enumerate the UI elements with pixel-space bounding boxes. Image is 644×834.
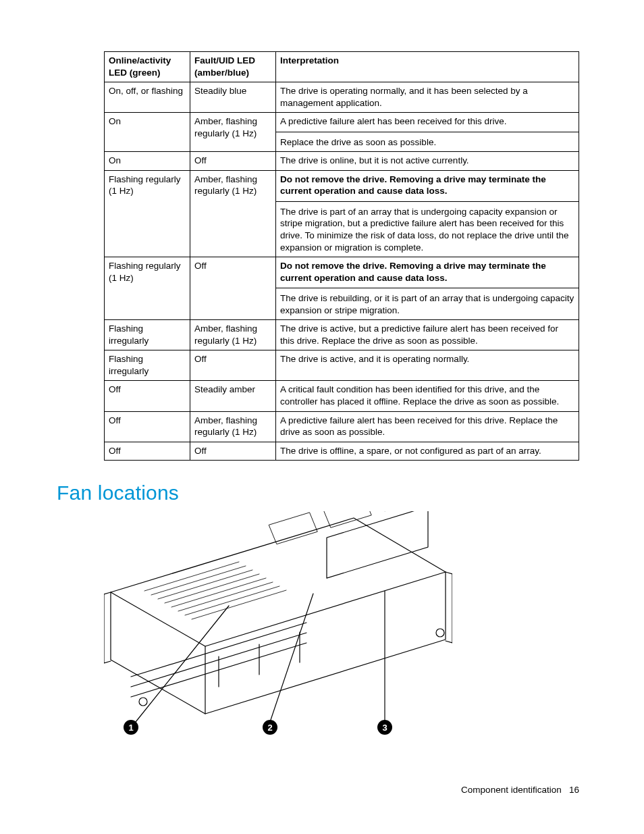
interpretation-text: The drive is part of an array that is un… — [280, 206, 574, 253]
cell-online-activity: On — [105, 152, 190, 171]
interpretation-text: A predictive failure alert has been rece… — [280, 415, 574, 438]
cell-interpretation: The drive is operating normally, and it … — [276, 82, 579, 113]
cell-interpretation: A critical fault condition has been iden… — [276, 381, 579, 411]
cell-fault-uid: Amber, flashing regularly (1 Hz) — [190, 320, 276, 350]
cell-interpretation: The drive is active, but a predictive fa… — [276, 320, 579, 350]
cell-fault-uid: Amber, flashing regularly (1 Hz) — [190, 113, 276, 152]
header-interpretation: Interpretation — [276, 52, 579, 82]
cell-fault-uid: Steadily blue — [190, 82, 276, 113]
fan-locations-diagram: 1 2 3 — [104, 511, 452, 750]
cell-fault-uid: Steadily amber — [190, 381, 276, 411]
cell-interpretation: Do not remove the drive. Removing a driv… — [276, 170, 579, 257]
cell-fault-uid: Off — [190, 152, 276, 171]
cell-online-activity: On — [105, 113, 190, 152]
table-row: On, off, or flashingSteadily blueThe dri… — [105, 82, 579, 113]
header-online-activity: Online/activity LED (green) — [105, 52, 190, 82]
interpretation-text: The drive is active, but a predictive fa… — [280, 323, 574, 346]
table-row: Flashing regularly (1 Hz)Amber, flashing… — [105, 170, 579, 257]
interpretation-text: Do not remove the drive. Removing a driv… — [280, 260, 574, 284]
cell-interpretation: The drive is offline, a spare, or not co… — [276, 442, 579, 461]
interpretation-text: The drive is rebuilding, or it is part o… — [280, 292, 574, 316]
cell-online-activity: Flashing irregularly — [105, 320, 190, 350]
interpretation-separator — [276, 288, 579, 288]
table-row: OnOffThe drive is online, but it is not … — [105, 152, 579, 171]
svg-marker-0 — [111, 518, 446, 714]
svg-point-20 — [139, 698, 147, 706]
interpretation-text: Do not remove the drive. Removing a driv… — [280, 174, 574, 197]
interpretation-text: A predictive failure alert has been rece… — [280, 115, 574, 128]
table-row: Flashing irregularlyOffThe drive is acti… — [105, 350, 579, 381]
interpretation-separator — [276, 132, 579, 132]
cell-fault-uid: Amber, flashing regularly (1 Hz) — [190, 411, 276, 442]
table-row: Flashing irregularlyAmber, flashing regu… — [105, 320, 579, 350]
cell-online-activity: Flashing regularly (1 Hz) — [105, 170, 190, 257]
table-row: OffOffThe drive is offline, a spare, or … — [105, 442, 579, 461]
table-row: Flashing regularly (1 Hz)OffDo not remov… — [105, 257, 579, 320]
led-interpretation-table: Online/activity LED (green) Fault/UID LE… — [104, 51, 579, 461]
cell-interpretation: A predictive failure alert has been rece… — [276, 411, 579, 442]
cell-fault-uid: Off — [190, 350, 276, 381]
cell-online-activity: Off — [105, 411, 190, 442]
section-heading-fan-locations: Fan locations — [57, 479, 579, 507]
cell-interpretation: A predictive failure alert has been rece… — [276, 113, 579, 152]
interpretation-text: Replace the drive as soon as possible. — [280, 136, 574, 149]
callout-2: 2 — [267, 723, 272, 733]
cell-fault-uid: Amber, flashing regularly (1 Hz) — [190, 170, 276, 257]
table-header-row: Online/activity LED (green) Fault/UID LE… — [105, 52, 579, 82]
interpretation-separator — [276, 201, 579, 202]
interpretation-text: The drive is online, but it is not activ… — [280, 155, 574, 167]
interpretation-text: The drive is active, and it is operating… — [280, 353, 574, 365]
cell-interpretation: The drive is online, but it is not activ… — [276, 152, 579, 171]
callout-3: 3 — [382, 723, 387, 733]
table-row: OnAmber, flashing regularly (1 Hz)A pred… — [105, 113, 579, 152]
footer-section-name: Component identification — [461, 785, 562, 795]
footer-page-number: 16 — [569, 785, 579, 795]
interpretation-text: The drive is operating normally, and it … — [280, 85, 574, 109]
interpretation-text: The drive is offline, a spare, or not co… — [280, 445, 574, 457]
cell-fault-uid: Off — [190, 442, 276, 461]
table-row: OffSteadily amberA critical fault condit… — [105, 381, 579, 411]
cell-online-activity: Flashing regularly (1 Hz) — [105, 257, 190, 320]
cell-interpretation: Do not remove the drive. Removing a driv… — [276, 257, 579, 320]
cell-interpretation: The drive is active, and it is operating… — [276, 350, 579, 381]
cell-online-activity: Off — [105, 442, 190, 461]
cell-online-activity: Flashing irregularly — [105, 350, 190, 381]
table-row: OffAmber, flashing regularly (1 Hz)A pre… — [105, 411, 579, 442]
cell-fault-uid: Off — [190, 257, 276, 320]
page-footer: Component identification 16 — [461, 784, 579, 796]
cell-online-activity: On, off, or flashing — [105, 82, 190, 113]
callout-1: 1 — [128, 723, 133, 733]
cell-online-activity: Off — [105, 381, 190, 411]
header-fault-uid: Fault/UID LED (amber/blue) — [190, 52, 276, 82]
interpretation-text: A critical fault condition has been iden… — [280, 384, 574, 407]
